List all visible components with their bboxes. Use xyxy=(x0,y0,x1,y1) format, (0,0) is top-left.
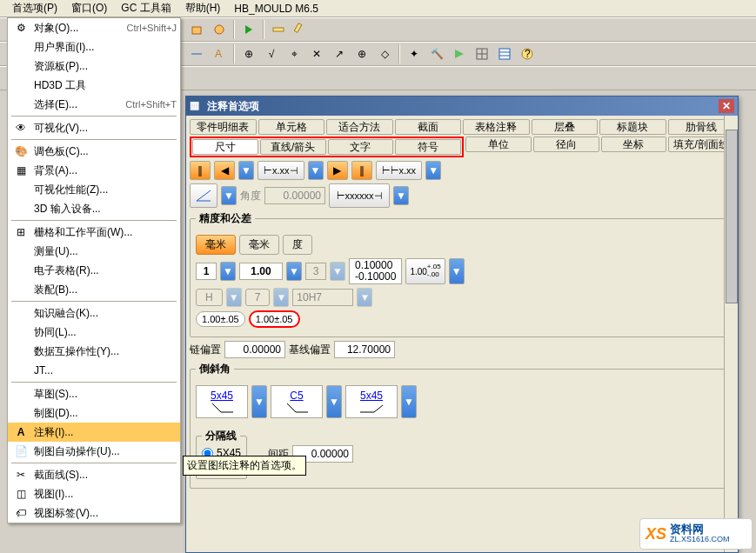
tool-misc3-icon[interactable]: ⌖ xyxy=(284,43,304,64)
tab-fit-method[interactable]: 适合方法 xyxy=(326,119,393,135)
dim-style-2[interactable]: ◀ xyxy=(214,161,235,180)
tab-ordinate[interactable]: 坐标 xyxy=(601,137,667,152)
tool-target-icon[interactable]: ⊕ xyxy=(351,43,372,64)
tool-cube-icon[interactable] xyxy=(186,19,207,40)
chamfer-1-dropdown[interactable]: ▼ xyxy=(251,385,267,418)
menu-drafting[interactable]: 制图(D)... xyxy=(8,403,180,423)
tab-parts-list[interactable]: 零件明细表 xyxy=(190,119,257,135)
chain-offset-input[interactable] xyxy=(224,341,285,358)
close-button[interactable]: ✕ xyxy=(719,99,734,113)
tab-units[interactable]: 单位 xyxy=(465,137,532,152)
tab-text[interactable]: 文字 xyxy=(328,139,394,155)
unit-mm-1[interactable]: 毫米 xyxy=(196,235,236,255)
dim-style-3[interactable]: ▶ xyxy=(327,161,348,180)
menu-view[interactable]: ◫视图(I)... xyxy=(8,484,180,503)
menu-gc-toolbox[interactable]: GC 工具箱 xyxy=(116,0,176,17)
tolerance-pill-1[interactable]: 1.00±.05 xyxy=(196,311,245,327)
menu-object[interactable]: ⚙对象(O)...Ctrl+Shift+J xyxy=(8,18,180,37)
angle-dropdown[interactable]: ▼ xyxy=(221,186,237,205)
dim-format-2-dropdown[interactable]: ▼ xyxy=(425,161,441,180)
tool-misc1-icon[interactable]: ⊕ xyxy=(238,43,259,64)
menu-hd3d[interactable]: HD3D 工具 xyxy=(8,76,180,95)
angle-icon-btn[interactable] xyxy=(190,183,217,208)
extent-btn[interactable]: ⊢xxxxxx⊣ xyxy=(329,183,390,208)
precision-2-input[interactable] xyxy=(239,263,283,280)
menu-assembly[interactable]: 装配(B)... xyxy=(8,280,180,299)
menu-collab[interactable]: 协同(L)... xyxy=(8,323,180,342)
dim-style-4[interactable]: ‖ xyxy=(351,161,372,180)
menu-drafting-auto[interactable]: 📄制图自动操作(U)... xyxy=(8,442,180,461)
menu-help[interactable]: 帮助(H) xyxy=(180,0,226,17)
tool-misc2-icon[interactable]: √ xyxy=(261,43,282,64)
dim-style-1[interactable]: ‖ xyxy=(190,161,211,180)
dim-style-2-dropdown[interactable]: ▼ xyxy=(238,161,254,180)
chamfer-3-dropdown[interactable]: ▼ xyxy=(401,385,417,418)
tab-section[interactable]: 截面 xyxy=(395,119,462,135)
tool-wand-icon[interactable]: ✦ xyxy=(404,43,425,64)
tool-misc4-icon[interactable]: ✕ xyxy=(306,43,327,64)
tool-table-icon[interactable] xyxy=(494,43,515,64)
precision-2-dropdown[interactable]: ▼ xyxy=(286,262,302,281)
menu-preferences[interactable]: 首选项(P) xyxy=(7,0,63,17)
chamfer-style-3[interactable]: 5x45 xyxy=(345,385,398,418)
menu-window[interactable]: 窗口(O) xyxy=(66,0,112,17)
tolerance-pill-2[interactable]: 1.00±.05 xyxy=(249,310,300,328)
tool-ruler2-icon[interactable] xyxy=(291,19,311,40)
tab-symbol[interactable]: 符号 xyxy=(395,139,461,155)
scroll-thumb[interactable] xyxy=(726,130,738,303)
menu-hbmould[interactable]: HB_MOULD M6.5 xyxy=(229,1,324,17)
tool-grid-icon[interactable] xyxy=(472,43,492,64)
extent-dropdown[interactable]: ▼ xyxy=(393,186,409,205)
tool-ruler-icon[interactable] xyxy=(268,19,289,40)
tool-play-icon[interactable] xyxy=(238,19,259,40)
tab-radial[interactable]: 径向 xyxy=(533,137,599,152)
menu-resource[interactable]: 资源板(P)... xyxy=(8,57,180,76)
menu-jt[interactable]: JT... xyxy=(8,361,180,380)
baseline-offset-input[interactable] xyxy=(334,341,395,358)
menu-measure[interactable]: 测量(U)... xyxy=(8,242,180,261)
menu-ui[interactable]: 用户界面(I)... xyxy=(8,37,180,57)
tool-text-icon[interactable]: A xyxy=(209,43,230,64)
menu-sketch[interactable]: 草图(S)... xyxy=(8,384,180,403)
tol-display-dropdown[interactable]: ▼ xyxy=(449,258,465,284)
tab-cell[interactable]: 单元格 xyxy=(258,119,325,135)
menu-background[interactable]: ▦背景(A)... xyxy=(8,161,180,180)
precision-1-input[interactable] xyxy=(196,263,217,280)
unit-degree[interactable]: 度 xyxy=(283,235,312,255)
precision-1-dropdown[interactable]: ▼ xyxy=(220,262,236,281)
dialog-scrollbar[interactable] xyxy=(724,116,738,552)
dim-format-1[interactable]: ⊢x.xx⊣ xyxy=(258,161,304,180)
tab-title-block[interactable]: 标题块 xyxy=(599,119,666,135)
dim-format-2[interactable]: ⊢⊢x.xx xyxy=(376,161,423,180)
chamfer-2-dropdown[interactable]: ▼ xyxy=(326,385,342,418)
tool-flag-icon[interactable] xyxy=(449,43,470,64)
menu-interop[interactable]: 数据互操作性(Y)... xyxy=(8,342,180,361)
menu-palette[interactable]: 🎨调色板(C)... xyxy=(8,142,180,161)
tool-hammer-icon[interactable]: 🔨 xyxy=(426,43,447,64)
chamfer-style-1[interactable]: 5x45 xyxy=(196,385,248,418)
menu-grid[interactable]: ⊞栅格和工作平面(W)... xyxy=(8,223,180,242)
menu-spreadsheet[interactable]: 电子表格(R)... xyxy=(8,261,180,280)
menu-section-line[interactable]: ✂截面线(S)... xyxy=(8,465,180,484)
dialog-titlebar[interactable]: ▦ 注释首选项 ✕ xyxy=(186,97,738,116)
tool-misc5-icon[interactable]: ↗ xyxy=(329,43,350,64)
tab-table-note[interactable]: 表格注释 xyxy=(463,119,530,135)
menu-visualize[interactable]: 👁可视化(V)... xyxy=(8,118,180,137)
menu-visperf[interactable]: 可视化性能(Z)... xyxy=(8,180,180,199)
tol-display-btn[interactable]: 1.00 +.05-.00 xyxy=(405,258,445,284)
tab-line-arrow[interactable]: 直线/箭头 xyxy=(260,139,326,155)
tool-help-icon[interactable]: ? xyxy=(517,43,538,64)
menu-knowledge[interactable]: 知识融合(K)... xyxy=(8,303,180,323)
tab-stack[interactable]: 层叠 xyxy=(532,119,599,135)
menu-3dinput[interactable]: 3D 输入设备... xyxy=(8,199,180,218)
chamfer-style-2[interactable]: C5 xyxy=(271,385,323,418)
menu-annotation[interactable]: A注释(I)... xyxy=(8,423,180,442)
dim-format-1-dropdown[interactable]: ▼ xyxy=(308,161,324,180)
menu-select[interactable]: 选择(E)...Ctrl+Shift+T xyxy=(8,95,180,114)
tool-misc6-icon[interactable]: ◇ xyxy=(374,43,395,64)
menu-view-label[interactable]: 🏷视图标签(V)... xyxy=(8,503,180,523)
unit-mm-2[interactable]: 毫米 xyxy=(239,235,279,255)
tool-dim-icon[interactable] xyxy=(186,43,207,64)
tool-shape-icon[interactable] xyxy=(209,19,230,40)
tab-dimension[interactable]: 尺寸 xyxy=(192,139,258,155)
